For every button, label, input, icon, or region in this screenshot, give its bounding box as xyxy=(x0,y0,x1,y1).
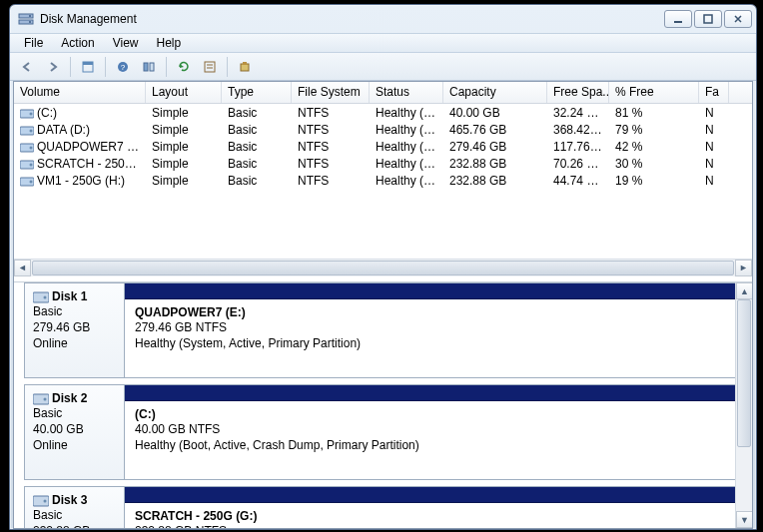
cell-fs: NTFS xyxy=(292,174,370,188)
col-filesystem[interactable]: File System xyxy=(292,82,370,103)
table-body: (C:)SimpleBasicNTFSHealthy (B...40.00 GB… xyxy=(14,104,752,189)
col-type[interactable]: Type xyxy=(222,82,292,103)
scroll-up-icon[interactable]: ▲ xyxy=(736,282,752,299)
cell-pct: 81 % xyxy=(609,106,699,120)
svg-rect-31 xyxy=(33,496,49,506)
cell-type: Basic xyxy=(222,157,292,171)
refresh-icon[interactable] xyxy=(173,56,195,78)
partition-info: 232.88 GB NTFS xyxy=(135,523,731,528)
partition-body: (C:)40.00 GB NTFSHealthy (Boot, Active, … xyxy=(125,401,741,479)
col-layout[interactable]: Layout xyxy=(146,82,222,103)
settings-icon[interactable] xyxy=(199,56,221,78)
maximize-button[interactable] xyxy=(694,10,722,28)
disk-row[interactable]: Disk 1Basic279.46 GBOnlineQUADPOWER7 (E:… xyxy=(24,282,742,378)
disk-size: 40.00 GB xyxy=(33,421,116,437)
svg-point-24 xyxy=(30,163,33,166)
cell-type: Basic xyxy=(222,106,292,120)
menu-view[interactable]: View xyxy=(105,34,147,52)
cell-layout: Simple xyxy=(146,140,222,154)
minimize-button[interactable] xyxy=(664,10,692,28)
cell-free: 32.24 GB xyxy=(547,106,609,120)
svg-point-32 xyxy=(44,499,47,502)
menu-file[interactable]: File xyxy=(16,34,51,52)
svg-rect-29 xyxy=(33,394,49,404)
col-status[interactable]: Status xyxy=(370,82,443,103)
close-button[interactable] xyxy=(724,10,752,28)
disk-name: Disk 1 xyxy=(52,289,87,303)
disk-icon xyxy=(33,291,49,303)
cell-fault: N xyxy=(699,106,729,120)
cell-free: 117.76 GB xyxy=(547,140,609,154)
wizard-icon[interactable] xyxy=(234,56,256,78)
cell-free: 44.74 GB xyxy=(547,174,609,188)
back-button[interactable] xyxy=(16,56,38,78)
forward-button[interactable] xyxy=(42,56,64,78)
partition-info: 40.00 GB NTFS xyxy=(135,421,731,437)
window-title: Disk Management xyxy=(40,12,664,26)
table-row[interactable]: (C:)SimpleBasicNTFSHealthy (B...40.00 GB… xyxy=(14,104,752,121)
partition[interactable]: QUADPOWER7 (E:)279.46 GB NTFSHealthy (Sy… xyxy=(125,283,741,377)
col-fault[interactable]: Fa xyxy=(699,82,729,103)
cell-capacity: 232.88 GB xyxy=(443,174,547,188)
help-icon[interactable]: ? xyxy=(112,56,134,78)
scroll-track[interactable] xyxy=(31,260,735,276)
svg-point-2 xyxy=(29,15,31,17)
col-freespace[interactable]: Free Spa... xyxy=(547,82,609,103)
partition[interactable]: (C:)40.00 GB NTFSHealthy (Boot, Active, … xyxy=(125,385,741,479)
cell-capacity: 279.46 GB xyxy=(443,140,547,154)
cell-free: 70.26 GB xyxy=(547,157,609,171)
col-volume[interactable]: Volume xyxy=(14,82,146,103)
col-pctfree[interactable]: % Free xyxy=(609,82,699,103)
scroll-thumb[interactable] xyxy=(737,299,751,447)
table-row[interactable]: VM1 - 250G (H:)SimpleBasicNTFSHealthy (P… xyxy=(14,172,752,189)
partition-body: QUADPOWER7 (E:)279.46 GB NTFSHealthy (Sy… xyxy=(125,299,741,377)
disk-row[interactable]: Disk 3Basic232.88 GBSCRATCH - 250G (G:)2… xyxy=(24,486,742,528)
titlebar[interactable]: Disk Management xyxy=(10,5,756,33)
menu-action[interactable]: Action xyxy=(53,34,102,52)
toolbar-separator xyxy=(105,57,106,77)
partition[interactable]: SCRATCH - 250G (G:)232.88 GB NTFS xyxy=(125,487,741,528)
cell-status: Healthy (P... xyxy=(370,123,443,137)
svg-rect-12 xyxy=(205,62,215,72)
scroll-thumb[interactable] xyxy=(32,261,734,275)
toolbar-separator xyxy=(70,57,71,77)
svg-point-26 xyxy=(30,180,33,183)
vertical-scrollbar[interactable]: ▲ ▼ xyxy=(735,282,752,528)
partition-health: Healthy (System, Active, Primary Partiti… xyxy=(135,335,731,351)
col-capacity[interactable]: Capacity xyxy=(443,82,547,103)
table-row[interactable]: SCRATCH - 250G (...SimpleBasicNTFSHealth… xyxy=(14,155,752,172)
disk-row[interactable]: Disk 2Basic40.00 GBOnline(C:)40.00 GB NT… xyxy=(24,384,742,480)
cell-pct: 19 % xyxy=(609,174,699,188)
svg-point-30 xyxy=(44,397,47,400)
partition-name: (C:) xyxy=(135,407,731,421)
cell-layout: Simple xyxy=(146,123,222,137)
disk-icon xyxy=(33,393,49,405)
menu-help[interactable]: Help xyxy=(149,34,190,52)
scroll-left-icon[interactable]: ◄ xyxy=(14,260,31,276)
properties-icon[interactable] xyxy=(77,56,99,78)
disk-type: Basic xyxy=(33,405,116,421)
table-row[interactable]: QUADPOWER7 (E:)SimpleBasicNTFSHealthy (S… xyxy=(14,138,752,155)
partition-bar xyxy=(125,487,741,503)
partition-bar xyxy=(125,283,741,299)
svg-point-22 xyxy=(30,146,33,149)
table-row[interactable]: DATA (D:)SimpleBasicNTFSHealthy (P...465… xyxy=(14,121,752,138)
disk-status: Online xyxy=(33,335,116,351)
volume-icon xyxy=(20,125,34,136)
window: Disk Management File Action View Help ? … xyxy=(9,4,757,530)
svg-rect-10 xyxy=(144,63,148,71)
scroll-track[interactable] xyxy=(736,299,752,511)
cell-layout: Simple xyxy=(146,106,222,120)
horizontal-scrollbar[interactable]: ◄ ► xyxy=(14,259,752,275)
show-hide-icon[interactable] xyxy=(138,56,160,78)
cell-status: Healthy (P... xyxy=(370,174,443,188)
disk-type: Basic xyxy=(33,303,116,319)
scroll-right-icon[interactable]: ► xyxy=(735,260,752,276)
scroll-down-icon[interactable]: ▼ xyxy=(736,511,752,528)
svg-rect-4 xyxy=(674,21,682,23)
cell-layout: Simple xyxy=(146,174,222,188)
disk-size: 232.88 GB xyxy=(33,523,116,528)
cell-fs: NTFS xyxy=(292,157,370,171)
partition-name: SCRATCH - 250G (G:) xyxy=(135,509,731,523)
disk-info: Disk 2Basic40.00 GBOnline xyxy=(25,385,125,479)
